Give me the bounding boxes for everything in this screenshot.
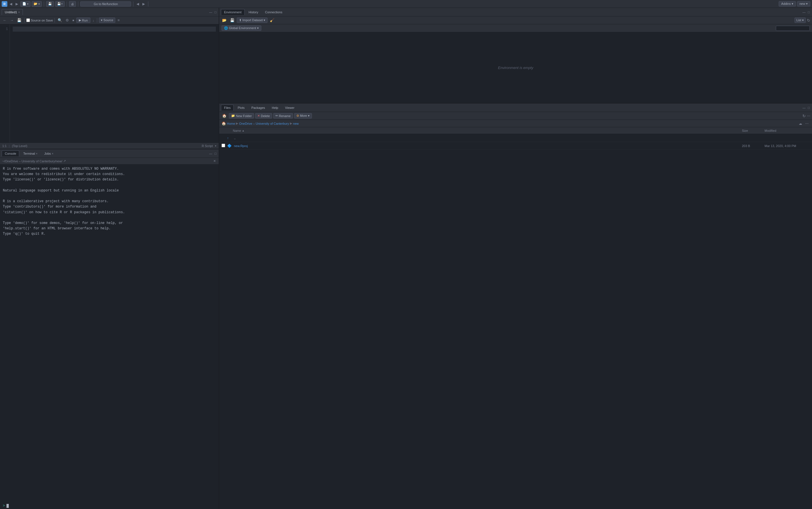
- script-type-dropdown[interactable]: ▾: [215, 144, 216, 147]
- tab-history[interactable]: History: [246, 9, 261, 15]
- editor-minimize-btn[interactable]: —: [209, 10, 213, 14]
- run-down-btn[interactable]: ↓: [91, 18, 96, 23]
- redo-btn[interactable]: →: [9, 18, 15, 23]
- breadcrumb-home-icon[interactable]: 🏠: [222, 121, 226, 126]
- toolbar-forward-btn[interactable]: ▶: [141, 1, 146, 6]
- rename-btn[interactable]: ✏ Rename: [273, 113, 293, 118]
- env-empty-message: Environment is empty: [498, 66, 533, 70]
- home-icon-btn[interactable]: 🏠: [221, 113, 228, 118]
- code-tools-btn[interactable]: ⚙: [65, 18, 70, 23]
- files-minimize-btn[interactable]: —: [802, 105, 806, 110]
- scope-label: (Top Level): [12, 144, 27, 147]
- list-dropdown[interactable]: List ▾: [795, 18, 806, 23]
- breadcrumb-sep-1: ▶: [236, 122, 238, 125]
- env-open-btn[interactable]: 📂: [221, 18, 228, 23]
- source-btn[interactable]: ▾ Source: [99, 18, 115, 23]
- tab-viewer[interactable]: Viewer: [282, 105, 297, 110]
- size-column-header[interactable]: Size: [742, 129, 765, 132]
- tab-plots[interactable]: Plots: [235, 105, 247, 110]
- console-maximize-btn[interactable]: □: [214, 151, 217, 156]
- undo-btn[interactable]: ←: [2, 18, 8, 23]
- env-search-input[interactable]: [776, 26, 810, 31]
- editor-tab-close[interactable]: ×: [18, 11, 20, 14]
- left-panel: Untitled1 × — □ ← → 💾 Source on Save: [0, 8, 219, 509]
- run-btn[interactable]: ▶ Run: [76, 18, 90, 23]
- console-input-area[interactable]: >: [0, 503, 219, 509]
- line-numbers: 1: [0, 24, 10, 142]
- tab-help[interactable]: Help: [269, 105, 281, 110]
- editor-tab-untitled1[interactable]: Untitled1 ×: [2, 9, 23, 15]
- script-type-label: R Script: [202, 144, 213, 147]
- viewer-tab-label: Viewer: [285, 106, 294, 109]
- files-options-btn[interactable]: ⋯: [807, 114, 810, 118]
- editor-text-area[interactable]: [10, 24, 219, 142]
- help-tab-label: Help: [272, 106, 278, 109]
- tab-terminal[interactable]: Terminal ×: [20, 151, 40, 157]
- toolbar-sep-1: [24, 18, 25, 23]
- modified-column-header[interactable]: Modified: [765, 129, 810, 132]
- files-maximize-btn[interactable]: □: [807, 105, 810, 110]
- file-row-rproj[interactable]: 🔷 new.Rproj 203 B Mar 13, 2020, 4:00 PM: [219, 142, 812, 150]
- delete-btn[interactable]: ✕ Delete: [255, 113, 272, 118]
- rproj-checkbox[interactable]: [222, 144, 227, 148]
- breadcrumb-new[interactable]: new: [293, 122, 299, 125]
- goto-file-input[interactable]: Go to file/function: [80, 1, 131, 6]
- new-file-btn[interactable]: 📄 ▾: [20, 1, 31, 7]
- rproj-check-input[interactable]: [222, 144, 225, 147]
- env-minimize-btn[interactable]: —: [802, 10, 806, 14]
- save-all-btn[interactable]: 💾+: [55, 1, 65, 7]
- breadcrumb-sep-2: ▶: [290, 122, 292, 125]
- env-refresh-btn[interactable]: ↻: [807, 18, 810, 23]
- tab-connections[interactable]: Connections: [262, 9, 285, 15]
- rproj-name[interactable]: new.Rproj: [234, 144, 742, 147]
- nav-forward-btn[interactable]: ▶: [14, 1, 19, 6]
- import-label: Import Dataset ▾: [243, 19, 265, 22]
- more-btn[interactable]: ⚙ More ▾: [294, 113, 312, 118]
- console-line-2: You are welcome to redistribute it under…: [3, 172, 216, 177]
- save-btn[interactable]: 💾: [46, 1, 54, 7]
- tab-packages[interactable]: Packages: [249, 105, 268, 110]
- files-refresh-btn[interactable]: ↻: [802, 114, 806, 118]
- editor-content: 1: [0, 24, 219, 142]
- console-content[interactable]: R is free software and comes with ABSOLU…: [0, 165, 219, 503]
- global-env-btn[interactable]: 🌐 Global Environment ▾: [222, 26, 261, 31]
- toolbar-back-btn[interactable]: ◀: [135, 1, 140, 6]
- search-btn[interactable]: 🔍: [57, 18, 63, 23]
- env-tab-label: Environment: [224, 10, 242, 14]
- tab-console[interactable]: Console: [2, 150, 19, 157]
- breadcrumb-dots-btn[interactable]: ⋯: [804, 121, 810, 126]
- editor-maximize-btn[interactable]: □: [214, 10, 217, 14]
- env-save-btn[interactable]: 💾: [229, 18, 236, 23]
- console-minimize-btn[interactable]: —: [209, 151, 213, 156]
- env-clear-btn[interactable]: 🧹: [269, 18, 275, 23]
- breadcrumb-onedrive[interactable]: OneDrive – University of Canterbury: [239, 122, 289, 125]
- env-maximize-btn[interactable]: □: [807, 10, 810, 14]
- tab-environment[interactable]: Environment: [221, 9, 245, 15]
- addins-btn[interactable]: Addins ▾: [779, 1, 796, 6]
- breadcrumb-home[interactable]: Home: [227, 122, 235, 125]
- import-dataset-btn[interactable]: ⬆ Import Dataset ▾: [237, 18, 267, 23]
- breadcrumb-cloud-icon[interactable]: ☁: [798, 121, 803, 126]
- nav-back-btn[interactable]: ◀: [8, 1, 13, 6]
- tab-jobs[interactable]: Jobs ×: [41, 151, 56, 157]
- source-on-save-check[interactable]: [26, 19, 30, 22]
- file-row-up[interactable]: ↑ ..: [219, 134, 812, 142]
- goto-file-label: Go to file/function: [94, 2, 118, 6]
- source-on-save-checkbox[interactable]: Source on Save: [26, 19, 53, 22]
- terminal-tab-label: Terminal: [23, 152, 35, 155]
- menubar: R ◀ ▶ 📄 ▾ 📂 ▾ 💾 💾+ 🖨 Go to file/function…: [0, 0, 812, 8]
- files-tab-bar: Files Plots Packages Help Viewer — □: [219, 103, 812, 112]
- open-file-btn[interactable]: 📂 ▾: [32, 1, 42, 7]
- toolbar-more-btn[interactable]: ≡: [116, 18, 121, 23]
- jobs-tab-close[interactable]: ×: [52, 152, 53, 155]
- print-btn[interactable]: 🖨: [69, 1, 76, 7]
- up-icon: ↑: [227, 136, 233, 140]
- name-column-header[interactable]: Name ▲: [233, 129, 742, 132]
- console-clear-btn[interactable]: ✕: [213, 159, 216, 164]
- new-folder-btn[interactable]: 📁 New Folder: [229, 113, 254, 118]
- format-btn[interactable]: ■: [71, 18, 75, 22]
- tab-files[interactable]: Files: [221, 105, 234, 110]
- save-file-btn[interactable]: 💾: [16, 18, 23, 23]
- terminal-tab-close[interactable]: ×: [36, 152, 38, 155]
- project-btn[interactable]: new ▾: [797, 1, 810, 6]
